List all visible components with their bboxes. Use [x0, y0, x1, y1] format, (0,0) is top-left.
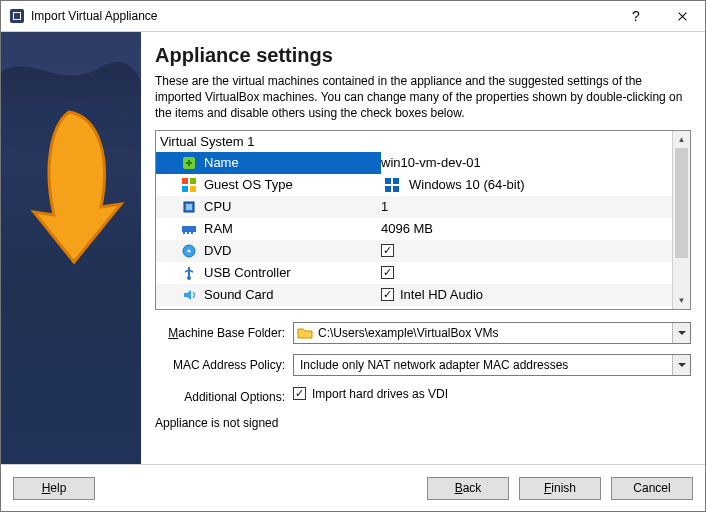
row-cpu-label: CPU: [204, 199, 231, 214]
finish-button[interactable]: Finish: [519, 477, 601, 500]
base-folder-label: Machine Base Folder:: [155, 326, 293, 340]
cancel-button[interactable]: Cancel: [611, 477, 693, 500]
row-usb-label: USB Controller: [204, 265, 291, 280]
folder-icon: [294, 326, 316, 340]
base-folder-value: C:\Users\example\VirtualBox VMs: [316, 326, 672, 340]
usb-icon: [178, 265, 200, 281]
row-usb[interactable]: USB Controller ✓: [156, 262, 672, 284]
scroll-track[interactable]: [673, 148, 690, 292]
windows-icon: [381, 177, 403, 193]
svg-rect-7: [190, 186, 196, 192]
row-ram-value: 4096 MB: [381, 221, 433, 236]
svg-rect-13: [182, 226, 196, 232]
system-group-label[interactable]: Virtual System 1: [156, 131, 672, 152]
row-os-value: Windows 10 (64-bit): [409, 177, 525, 192]
row-sound-label: Sound Card: [204, 287, 273, 302]
svg-rect-4: [182, 178, 188, 184]
base-folder-input[interactable]: C:\Users\example\VirtualBox VMs: [293, 322, 691, 344]
row-dvd-label: DVD: [204, 243, 231, 258]
help-button[interactable]: Help: [13, 477, 95, 500]
cpu-icon: [178, 199, 200, 215]
mac-policy-value: Include only NAT network adapter MAC add…: [294, 358, 672, 372]
svg-rect-5: [190, 178, 196, 184]
svg-rect-14: [183, 232, 185, 234]
caret-down-icon: [678, 363, 686, 367]
wizard-sidebar: [1, 32, 141, 464]
app-icon: [9, 8, 25, 24]
row-sound[interactable]: Sound Card ✓ Intel HD Audio: [156, 284, 672, 306]
scroll-thumb[interactable]: [675, 148, 688, 258]
mac-policy-combo[interactable]: Include only NAT network adapter MAC add…: [293, 354, 691, 376]
appliance-table: Virtual System 1 Name win10-vm-dev-01: [155, 130, 691, 310]
additional-options-label: Additional Options:: [155, 390, 293, 404]
close-icon: [677, 11, 688, 22]
table-scrollbar[interactable]: ▲ ▼: [672, 131, 690, 309]
caret-down-icon: [678, 331, 686, 335]
scroll-down-button[interactable]: ▼: [673, 292, 690, 309]
row-dvd-checkbox[interactable]: ✓: [381, 244, 394, 257]
os-label-icon: [178, 177, 200, 193]
svg-point-19: [187, 276, 191, 280]
row-cpu-value: 1: [381, 199, 388, 214]
ram-icon: [178, 221, 200, 237]
row-os-label: Guest OS Type: [204, 177, 293, 192]
scroll-up-button[interactable]: ▲: [673, 131, 690, 148]
row-ram[interactable]: RAM 4096 MB: [156, 218, 672, 240]
svg-rect-12: [186, 204, 192, 210]
dialog-window: Import Virtual Appliance ? Applian: [0, 0, 706, 512]
page-title: Appliance settings: [155, 44, 691, 67]
vdi-checkbox[interactable]: ✓: [293, 387, 306, 400]
mac-policy-label: MAC Address Policy:: [155, 358, 293, 372]
intro-text: These are the virtual machines contained…: [155, 73, 691, 122]
svg-rect-15: [187, 232, 189, 234]
svg-rect-16: [191, 232, 193, 234]
vdi-label: Import hard drives as VDI: [312, 387, 448, 401]
dvd-icon: [178, 243, 200, 259]
signature-status: Appliance is not signed: [155, 416, 691, 430]
name-icon: [178, 155, 200, 171]
row-sound-value: Intel HD Audio: [400, 287, 483, 302]
row-sound-checkbox[interactable]: ✓: [381, 288, 394, 301]
window-title: Import Virtual Appliance: [31, 9, 158, 23]
titlebar: Import Virtual Appliance ?: [1, 1, 705, 32]
svg-rect-2: [14, 13, 20, 19]
row-name[interactable]: Name win10-vm-dev-01: [156, 152, 672, 174]
row-name-label: Name: [204, 155, 239, 170]
row-name-value: win10-vm-dev-01: [381, 155, 481, 170]
sidebar-arrow-art: [1, 32, 141, 464]
question-icon: ?: [632, 8, 640, 24]
close-button[interactable]: [659, 1, 705, 31]
svg-point-18: [187, 249, 190, 252]
sound-icon: [178, 287, 200, 303]
row-dvd[interactable]: DVD ✓: [156, 240, 672, 262]
base-folder-dropdown-button[interactable]: [672, 323, 690, 343]
row-ram-label: RAM: [204, 221, 233, 236]
svg-rect-6: [182, 186, 188, 192]
back-button[interactable]: Back: [427, 477, 509, 500]
mac-policy-dropdown-button[interactable]: [672, 355, 690, 375]
row-usb-checkbox[interactable]: ✓: [381, 266, 394, 279]
row-cpu[interactable]: CPU 1: [156, 196, 672, 218]
row-os[interactable]: Guest OS Type Windows 10 (64-bit): [156, 174, 672, 196]
footer: Help Back Finish Cancel: [1, 464, 705, 511]
svg-rect-10: [391, 178, 393, 192]
help-titlebar-button[interactable]: ?: [613, 1, 659, 31]
